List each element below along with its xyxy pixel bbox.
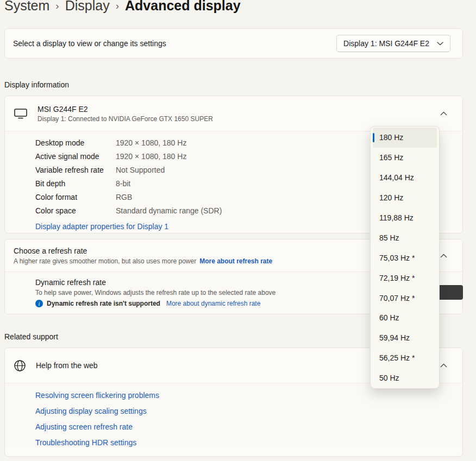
- monitor-icon: [14, 108, 28, 119]
- chevron-down-icon: [437, 41, 443, 46]
- display-adapter-properties-link[interactable]: Display adapter properties for Display 1: [35, 222, 168, 231]
- detail-label: Variable refresh rate: [35, 166, 116, 174]
- help-from-web-title: Help from the web: [36, 361, 98, 370]
- detail-value: 8-bit: [116, 179, 130, 188]
- detail-label: Color space: [35, 206, 116, 215]
- page-title: Advanced display: [125, 0, 241, 14]
- display-selector-card: Select a display to view or change its s…: [4, 28, 463, 59]
- globe-icon: [14, 359, 26, 372]
- refresh-option-85hz[interactable]: 85 Hz: [373, 228, 437, 248]
- collapse-chevron-up-icon[interactable]: [437, 108, 450, 119]
- refresh-option-165hz[interactable]: 165 Hz: [373, 148, 437, 168]
- dynamic-refresh-rate-status: Dynamic refresh rate isn't supported: [47, 300, 160, 307]
- refresh-option-59hz[interactable]: 59,94 Hz: [373, 328, 437, 348]
- more-about-refresh-rate-link[interactable]: More about refresh rate: [199, 257, 272, 265]
- detail-label: Desktop mode: [35, 138, 116, 147]
- help-link-scaling[interactable]: Adjusting display scaling settings: [35, 407, 462, 416]
- help-link-refresh-rate[interactable]: Adjusting screen refresh rate: [35, 422, 462, 432]
- breadcrumb-display[interactable]: Display: [65, 0, 110, 14]
- monitor-connection-info: Display 1: Connected to NVIDIA GeForce G…: [37, 115, 213, 123]
- breadcrumb: System › Display › Advanced display: [4, 0, 241, 14]
- refresh-option-56hz[interactable]: 56,25 Hz *: [373, 348, 437, 368]
- detail-value: Standard dynamic range (SDR): [116, 206, 222, 215]
- display-selector-value: Display 1: MSI G244F E2: [343, 39, 429, 48]
- refresh-option-70hz[interactable]: 70,07 Hz *: [373, 288, 437, 308]
- breadcrumb-separator: ›: [116, 0, 119, 12]
- detail-value: 1920 × 1080, 180 Hz: [116, 138, 186, 147]
- refresh-option-180hz[interactable]: 180 Hz: [373, 128, 437, 148]
- detail-label: Color format: [35, 193, 116, 201]
- display-selector-label: Select a display to view or change its s…: [13, 39, 166, 48]
- detail-value: 1920 × 1080, 180 Hz: [116, 152, 186, 161]
- breadcrumb-system[interactable]: System: [4, 0, 49, 14]
- more-about-dynamic-refresh-rate-link[interactable]: More about dynamic refresh rate: [166, 300, 260, 307]
- breadcrumb-separator: ›: [55, 0, 59, 12]
- refresh-rate-title: Choose a refresh rate: [14, 247, 272, 255]
- refresh-option-119hz[interactable]: 119,88 Hz: [373, 208, 437, 228]
- monitor-name: MSI G244F E2: [37, 105, 213, 113]
- detail-label: Active signal mode: [35, 152, 116, 161]
- refresh-option-75hz[interactable]: 75,03 Hz *: [373, 248, 437, 268]
- help-link-hdr[interactable]: Troubleshooting HDR settings: [35, 438, 462, 447]
- selection-pill: [373, 133, 374, 142]
- refresh-rate-description: A higher rate gives smoother motion, but…: [14, 257, 196, 265]
- detail-label: Bit depth: [35, 179, 116, 188]
- detail-value: RGB: [116, 193, 132, 201]
- refresh-option-50hz[interactable]: 50 Hz: [373, 368, 437, 388]
- display-selector-dropdown[interactable]: Display 1: MSI G244F E2: [336, 35, 450, 52]
- detail-value: Not Supported: [116, 166, 165, 174]
- refresh-option-60hz[interactable]: 60 Hz: [373, 308, 437, 328]
- info-icon: i: [35, 300, 43, 307]
- refresh-option-144hz[interactable]: 144,04 Hz: [373, 168, 437, 188]
- help-link-flickering[interactable]: Resolving screen flickering problems: [35, 391, 462, 400]
- display-information-section-title: Display information: [4, 80, 69, 89]
- help-links: Resolving screen flickering problems Adj…: [5, 383, 462, 447]
- refresh-option-120hz[interactable]: 120 Hz: [373, 188, 437, 208]
- refresh-option-72hz[interactable]: 72,19 Hz *: [373, 268, 437, 288]
- related-support-section-title: Related support: [4, 332, 58, 341]
- advanced-display-settings-page: System › Display › Advanced display Sele…: [0, 0, 476, 461]
- refresh-rate-flyout: 180 Hz 165 Hz 144,04 Hz 120 Hz 119,88 Hz…: [370, 126, 440, 389]
